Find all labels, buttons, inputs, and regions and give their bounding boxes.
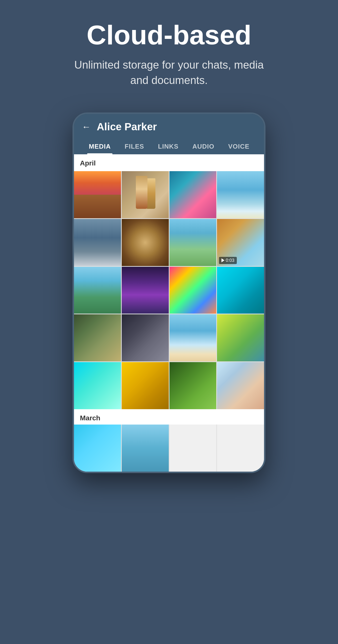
photo-cell[interactable] (74, 362, 121, 409)
photo-image (122, 362, 169, 409)
app-header: ← Alice Parker MEDIA FILES LINKS AUDIO V… (74, 114, 264, 154)
photo-image (169, 171, 217, 218)
photo-image (74, 219, 121, 266)
photo-cell[interactable] (169, 219, 217, 266)
photo-cell[interactable] (217, 171, 264, 218)
hero-title: Cloud-based (87, 20, 251, 50)
photo-image (169, 362, 217, 409)
photo-cell[interactable] (74, 424, 121, 472)
march-month-label: March (74, 409, 264, 424)
play-icon (221, 258, 224, 262)
photo-cell[interactable] (169, 267, 217, 314)
tab-media[interactable]: MEDIA (82, 139, 118, 154)
tab-files[interactable]: FILES (118, 139, 151, 154)
video-duration-badge: 0:03 (219, 257, 237, 264)
tab-links[interactable]: LINKS (151, 139, 185, 154)
photo-image (217, 171, 264, 218)
photo-image (217, 314, 264, 362)
photo-image (122, 267, 169, 314)
photo-cell[interactable] (74, 171, 121, 218)
app-content: April (74, 154, 264, 472)
photo-cell[interactable] (217, 267, 264, 314)
hero-subtitle: Unlimited storage for your chats, media … (70, 57, 268, 88)
photo-image (169, 219, 217, 266)
photo-image (122, 171, 169, 218)
contact-name: Alice Parker (97, 121, 157, 133)
photo-image (122, 314, 169, 362)
tab-voice[interactable]: VOICE (221, 139, 256, 154)
photo-image (217, 362, 264, 409)
photo-image (74, 314, 121, 362)
photo-image (169, 314, 217, 362)
photo-cell[interactable] (122, 171, 169, 218)
photo-cell[interactable] (74, 314, 121, 362)
photo-cell[interactable] (122, 362, 169, 409)
photo-image (169, 267, 217, 314)
photo-image (74, 424, 121, 472)
phone-frame: ← Alice Parker MEDIA FILES LINKS AUDIO V… (72, 112, 266, 473)
photo-cell[interactable] (169, 362, 217, 409)
photo-cell[interactable] (122, 314, 169, 362)
photo-cell-empty (169, 424, 217, 472)
photo-image (74, 362, 121, 409)
phone-mockup: ← Alice Parker MEDIA FILES LINKS AUDIO V… (72, 112, 266, 473)
tab-audio[interactable]: AUDIO (185, 139, 221, 154)
photo-image: 0:03 (217, 219, 264, 266)
photo-cell[interactable] (169, 171, 217, 218)
photo-cell[interactable] (122, 219, 169, 266)
photo-cell[interactable] (217, 362, 264, 409)
photo-cell[interactable] (74, 219, 121, 266)
april-photo-grid: 0:03 (74, 171, 264, 409)
photo-cell[interactable]: 0:03 (217, 219, 264, 266)
photo-cell[interactable] (169, 314, 217, 362)
header-top: ← Alice Parker (82, 121, 256, 133)
back-button[interactable]: ← (82, 122, 91, 132)
photo-image (74, 267, 121, 314)
photo-cell[interactable] (122, 267, 169, 314)
april-month-label: April (74, 154, 264, 171)
photo-cell[interactable] (217, 314, 264, 362)
march-photo-grid (74, 424, 264, 472)
photo-image (122, 424, 169, 472)
tabs-row: MEDIA FILES LINKS AUDIO VOICE (82, 139, 256, 154)
photo-cell[interactable] (122, 424, 169, 472)
photo-cell-empty (217, 424, 264, 472)
photo-image (122, 219, 169, 266)
hero-section: Cloud-based Unlimited storage for your c… (0, 0, 338, 98)
photo-cell[interactable] (74, 267, 121, 314)
photo-image (217, 267, 264, 314)
photo-image (74, 171, 121, 218)
